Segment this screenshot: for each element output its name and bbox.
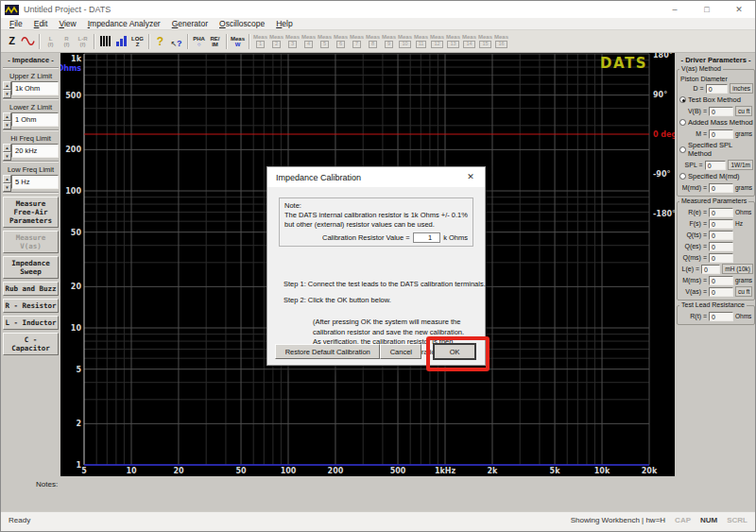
measurement-13-button[interactable]: Meas13 [445, 32, 461, 51]
specified-spl-method-radio[interactable] [679, 146, 686, 153]
svg-text:10k: 10k [594, 467, 610, 475]
measurement-11-button[interactable]: Meas11 [413, 32, 429, 51]
svg-text:5: 5 [76, 366, 81, 374]
measurement-4-button[interactable]: Meas4 [301, 32, 317, 51]
mh-10k-unit-button[interactable]: mH (10k) [722, 264, 753, 274]
upper-z-limit-spin-up[interactable]: ▲ [3, 81, 11, 90]
measurement-16-button[interactable]: Meas16 [493, 32, 509, 51]
hi-freq-limit-spin-up[interactable]: ▲ [3, 144, 11, 152]
svg-text:2k: 2k [488, 467, 499, 475]
context-help-button[interactable]: ↖? [168, 32, 184, 51]
dialog-close-icon[interactable]: ✕ [456, 167, 485, 187]
q-ms-label: Q(ms) = [679, 254, 709, 261]
lower-z-limit-spin-down[interactable]: ▼ [3, 121, 11, 129]
close-button[interactable]: ✕ [723, 1, 755, 18]
upper-z-limit-value[interactable]: 1k Ohm [11, 81, 59, 95]
measurement-7-button[interactable]: Meas7 [349, 32, 365, 51]
rub-and-buzz-button[interactable]: Rub and Buzz [3, 282, 59, 296]
1w-1m-unit-button[interactable]: 1W/1m [728, 160, 753, 170]
m-md-input[interactable]: 0 [709, 183, 733, 193]
calibration-resistor-input[interactable]: 1 [413, 232, 441, 243]
help-icon: ? [157, 36, 163, 47]
measurement-14-button[interactable]: Meas14 [461, 32, 477, 51]
measurement-9-button[interactable]: Meas9 [381, 32, 397, 51]
m-input[interactable]: 0 [709, 129, 733, 139]
cu-ft-unit-button[interactable]: cu ft [735, 286, 752, 297]
dialog-title-bar[interactable]: Impedance Calibration ✕ [267, 167, 485, 187]
menu-help[interactable]: Help [270, 18, 298, 30]
menu-generator[interactable]: Generator [166, 18, 214, 30]
resistance-vs-freq-button[interactable]: R(f) [59, 32, 75, 51]
r-resistor-button[interactable]: R - Resistor [3, 299, 59, 313]
measure-v-as-button[interactable]: Measure V(as) [3, 231, 59, 253]
measure-free-air-parameters-button[interactable]: Measure Free-Air Parameters [3, 197, 59, 228]
measurement-3-button[interactable]: Meas3 [284, 32, 301, 51]
q-es-input[interactable]: 0 [709, 242, 733, 251]
log-impedance-button[interactable]: LOGZ [129, 32, 146, 51]
cancel-button[interactable]: Cancel [380, 344, 421, 359]
spl-input[interactable]: 0 [705, 161, 727, 170]
real-imaginary-button[interactable]: RE/IM [207, 32, 223, 51]
l-inductor-button[interactable]: L - Inductor [3, 316, 59, 330]
v-as-input[interactable]: 0 [709, 287, 733, 297]
test-box-method-radio[interactable] [679, 96, 686, 103]
menu-file[interactable]: File [4, 18, 28, 30]
m-md-row: M(md) =0grams [679, 182, 753, 193]
sine-generator-button[interactable] [20, 32, 36, 51]
low-freq-limit-value[interactable]: 5 Hz [11, 175, 59, 189]
menu-view[interactable]: View [53, 18, 81, 30]
v-b-input[interactable]: 0 [709, 107, 733, 116]
measurement-6-button[interactable]: Meas6 [333, 32, 349, 51]
note-line2: but other (external) resistor values can… [284, 220, 468, 230]
m-ms-input[interactable]: 0 [709, 276, 733, 285]
upper-z-limit-spin-down[interactable]: ▼ [3, 90, 11, 98]
help-button[interactable]: ? [152, 32, 168, 51]
phase-button[interactable]: PHA○ [191, 32, 207, 51]
inductance-vs-freq-button[interactable]: L(f) [43, 32, 59, 51]
low-freq-limit-spin-up[interactable]: ▲ [3, 175, 11, 183]
measurement-w-button[interactable]: MeasW [230, 32, 246, 51]
menu-impedance-analyzer[interactable]: Impedance Analyzer [82, 18, 166, 30]
impedance-magnitude-button[interactable]: Z [4, 32, 20, 51]
l-e-label: L(e) = [679, 266, 701, 272]
measurement-icon: Meas [366, 34, 380, 40]
measurement-12-button[interactable]: Meas12 [429, 32, 445, 51]
low-freq-limit-spin-down[interactable]: ▼ [3, 183, 11, 192]
added-mass-method-radio[interactable] [679, 119, 686, 126]
measurement-5-button[interactable]: Meas5 [317, 32, 333, 51]
lower-z-limit-spin-up[interactable]: ▲ [3, 112, 11, 121]
q-ms-input[interactable]: 0 [709, 253, 733, 263]
hi-freq-limit-spin-down[interactable]: ▼ [3, 152, 11, 161]
l-e-input[interactable]: 0 [701, 265, 720, 274]
r-e-input[interactable]: 0 [709, 208, 733, 217]
histogram-button[interactable] [113, 32, 129, 51]
lr-vs-freq-button[interactable]: L-R(f) [75, 32, 91, 51]
r-t-input[interactable]: 0 [709, 312, 733, 321]
impedance-sweep-button[interactable]: Impedance Sweep [3, 256, 59, 279]
workbench-status: Showing Workbench | hw=H [571, 516, 665, 524]
d-input[interactable]: 0 [706, 84, 729, 94]
measurement-icon: Meas [398, 34, 412, 40]
measurement-1-button[interactable]: Meas1 [252, 32, 268, 51]
lower-z-limit-value[interactable]: 1 Ohm [11, 112, 59, 127]
c-capacitor-button[interactable]: C - Capacitor [3, 333, 59, 355]
f-s-input[interactable]: 0 [709, 219, 733, 229]
measurement-10-button[interactable]: Meas10 [397, 32, 413, 51]
minimize-button[interactable]: – [659, 1, 691, 18]
spectrum-bars-button[interactable] [97, 32, 113, 51]
measurement-2-button[interactable]: Meas2 [268, 32, 284, 51]
measurement-icon: Meas [350, 34, 364, 40]
specified-m-md-radio[interactable] [679, 173, 686, 180]
hi-freq-limit-value[interactable]: 20 kHz [11, 144, 59, 158]
q-ts-input[interactable]: 0 [709, 231, 733, 240]
measurement-8-button[interactable]: Meas8 [365, 32, 381, 51]
cu-ft-unit-button[interactable]: cu ft [735, 106, 752, 116]
maximize-button[interactable]: □ [691, 1, 723, 18]
menu-oscilloscope[interactable]: Oscilloscope [214, 18, 270, 30]
inches-unit-button[interactable]: inches [730, 83, 753, 94]
toolbar-separator [226, 34, 227, 49]
menu-edit[interactable]: Edit [28, 18, 54, 30]
restore-default-calibration-button[interactable]: Restore Default Calibration [275, 344, 380, 359]
svg-text:200: 200 [328, 467, 344, 475]
measurement-15-button[interactable]: Meas15 [477, 32, 493, 51]
